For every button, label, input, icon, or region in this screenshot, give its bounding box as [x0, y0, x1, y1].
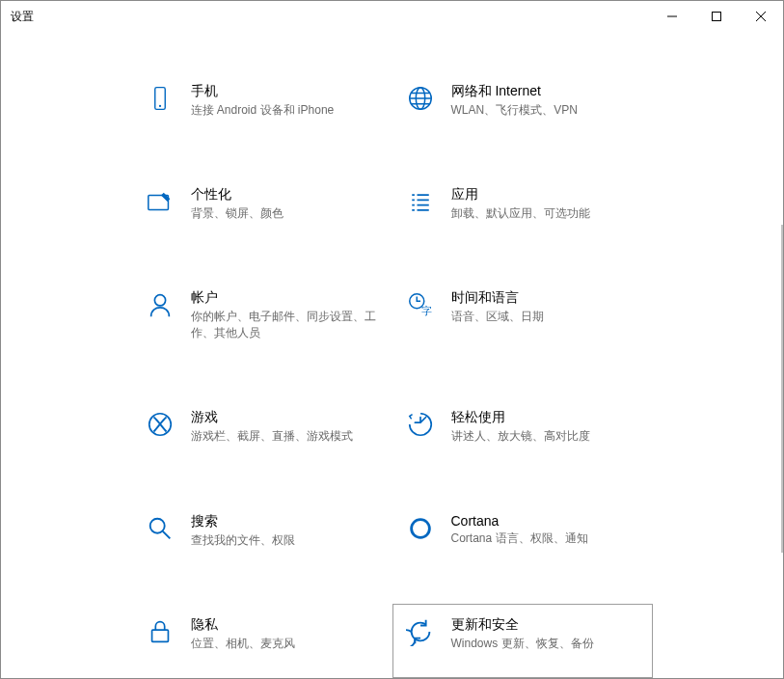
tile-title: 时间和语言	[451, 289, 640, 307]
maximize-icon	[712, 12, 721, 21]
svg-point-2	[158, 105, 160, 107]
tile-subtitle: 游戏栏、截屏、直播、游戏模式	[191, 428, 380, 445]
personalization-icon	[145, 186, 176, 217]
tile-accounts[interactable]: 帐户 你的帐户、电子邮件、同步设置、工作、其他人员	[132, 277, 392, 367]
tile-title: 个性化	[191, 186, 380, 204]
tile-title: 应用	[451, 186, 640, 204]
svg-point-11	[411, 519, 429, 537]
settings-grid: 手机 连接 Android 设备和 iPhone 网络和 Internet WL…	[132, 32, 653, 678]
tile-apps[interactable]: 应用 卸载、默认应用、可选功能	[392, 174, 653, 248]
close-icon	[756, 12, 766, 21]
tile-subtitle: 位置、相机、麦克风	[191, 636, 380, 652]
tile-privacy[interactable]: 隐私 位置、相机、麦克风	[132, 604, 392, 678]
tile-phone[interactable]: 手机 连接 Android 设备和 iPhone	[132, 70, 392, 145]
tile-search[interactable]: 搜索 查找我的文件、权限	[132, 501, 392, 575]
tile-title: 搜索	[191, 513, 380, 530]
tile-title: 轻松使用	[451, 409, 640, 426]
tile-cortana[interactable]: Cortana Cortana 语言、权限、通知	[392, 501, 653, 575]
window-title: 设置	[11, 9, 34, 25]
xbox-icon	[145, 409, 176, 440]
tile-update-security[interactable]: 更新和安全 Windows 更新、恢复、备份	[392, 604, 653, 678]
svg-text:字: 字	[420, 306, 431, 317]
tile-subtitle: Cortana 语言、权限、通知	[451, 530, 640, 547]
minimize-icon	[667, 12, 677, 21]
tile-personalization[interactable]: 个性化 背景、锁屏、颜色	[132, 174, 392, 248]
window-controls	[650, 1, 783, 32]
globe-icon	[405, 83, 436, 114]
tile-subtitle: Windows 更新、恢复、备份	[451, 636, 640, 652]
tile-subtitle: 语音、区域、日期	[451, 309, 640, 325]
time-language-icon: 字	[405, 289, 436, 320]
lock-icon	[145, 616, 176, 647]
scrollbar[interactable]	[781, 225, 783, 553]
tile-title: 帐户	[191, 289, 380, 307]
svg-rect-0	[713, 13, 721, 21]
cortana-icon	[405, 513, 436, 544]
tile-subtitle: 卸载、默认应用、可选功能	[451, 205, 640, 222]
search-icon	[145, 513, 176, 544]
tile-title: 网络和 Internet	[451, 83, 640, 100]
tile-subtitle: 连接 Android 设备和 iPhone	[191, 102, 380, 119]
tile-subtitle: WLAN、飞行模式、VPN	[451, 102, 640, 119]
close-button[interactable]	[739, 1, 783, 32]
tile-ease-of-access[interactable]: 轻松使用 讲述人、放大镜、高对比度	[392, 396, 653, 471]
minimize-button[interactable]	[650, 1, 694, 32]
tile-subtitle: 讲述人、放大镜、高对比度	[451, 428, 640, 445]
tile-title: 隐私	[191, 616, 380, 634]
tile-subtitle: 背景、锁屏、颜色	[191, 205, 380, 222]
apps-icon	[405, 186, 436, 217]
tile-title: 更新和安全	[451, 616, 640, 634]
tile-title: Cortana	[451, 513, 640, 529]
person-icon	[145, 289, 176, 320]
tile-gaming[interactable]: 游戏 游戏栏、截屏、直播、游戏模式	[132, 396, 392, 471]
ease-of-access-icon	[405, 409, 436, 440]
phone-icon	[145, 83, 176, 114]
tile-network[interactable]: 网络和 Internet WLAN、飞行模式、VPN	[392, 70, 653, 145]
tile-subtitle: 查找我的文件、权限	[191, 532, 380, 549]
svg-rect-12	[151, 630, 168, 641]
update-icon	[405, 616, 436, 647]
maximize-button[interactable]	[694, 1, 739, 32]
tile-title: 手机	[191, 83, 380, 100]
tile-subtitle: 你的帐户、电子邮件、同步设置、工作、其他人员	[191, 309, 380, 341]
tile-title: 游戏	[191, 409, 380, 426]
svg-point-10	[149, 518, 164, 532]
tile-time-language[interactable]: 字 时间和语言 语音、区域、日期	[392, 277, 653, 367]
content-area: 手机 连接 Android 设备和 iPhone 网络和 Internet WL…	[1, 32, 783, 678]
svg-point-6	[154, 295, 165, 306]
titlebar: 设置	[1, 1, 783, 32]
